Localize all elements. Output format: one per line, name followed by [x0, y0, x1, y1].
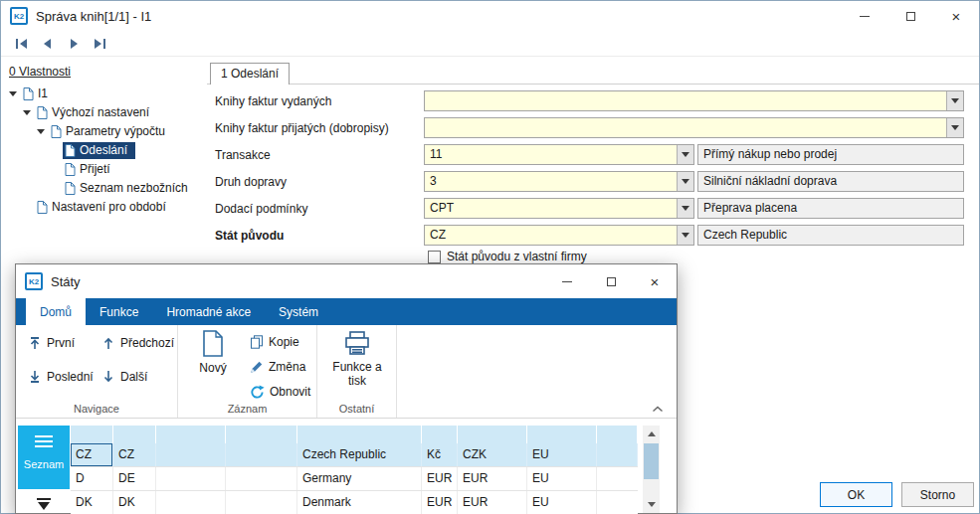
grid-cell[interactable]: EUR	[422, 467, 458, 490]
collapse-icon[interactable]	[9, 91, 17, 96]
ribbon-tab-funkce[interactable]: Funkce	[86, 298, 152, 325]
grid-cell[interactable]	[226, 467, 297, 490]
close-button[interactable]: ×	[633, 264, 677, 298]
dropdown-button[interactable]	[677, 172, 693, 191]
tree-item-prijeti[interactable]: Přijetí	[1, 160, 207, 179]
grid-cell[interactable]: EUR	[458, 491, 527, 514]
grid-cell[interactable]: DK	[113, 491, 156, 514]
funkce-a-tisk-button[interactable]: Funkce a tisk	[324, 330, 390, 400]
dodaci-podminky-combo[interactable]: CPT	[424, 198, 694, 219]
storno-button[interactable]: Storno	[901, 482, 974, 507]
record-nav-toolbar	[1, 31, 979, 57]
grid-cell[interactable]	[156, 467, 226, 490]
knihy-faktur-prijatych-combo[interactable]	[424, 117, 964, 138]
grid-header-cell[interactable]	[156, 426, 226, 443]
collapse-icon[interactable]	[23, 110, 31, 115]
ribbon-tab-system[interactable]: Systém	[265, 298, 332, 325]
previous-record-icon	[40, 38, 56, 50]
maximize-button[interactable]	[887, 1, 933, 31]
grid-header-cell[interactable]	[422, 426, 458, 443]
stat-puvodu-combo[interactable]: CZ	[424, 225, 694, 246]
tree-item-seznam-nezboznich[interactable]: Seznam nezbožních	[1, 179, 207, 198]
scroll-up-button[interactable]	[643, 426, 660, 442]
grid-cell[interactable]: EUR	[422, 491, 458, 514]
collapse-icon[interactable]	[37, 129, 45, 134]
grid-cell[interactable]: CZK	[458, 443, 527, 466]
grid-cell[interactable]: Denmark	[297, 491, 422, 514]
arrow-down-icon	[101, 370, 115, 384]
ribbon-tab-hromadne-akce[interactable]: Hromadné akce	[152, 298, 265, 325]
last-record-button[interactable]	[91, 37, 108, 51]
tree-item-parametry-vypoctu[interactable]: Parametry výpočtu	[1, 122, 207, 141]
scrollbar-thumb[interactable]	[644, 443, 659, 479]
previous-record-button[interactable]	[39, 37, 57, 51]
grid-cell[interactable]	[156, 491, 226, 514]
grid-header-cell[interactable]	[297, 426, 422, 443]
next-button[interactable]: Další	[98, 365, 151, 389]
stat-puvodu-checkbox[interactable]	[428, 251, 441, 263]
grid-cell[interactable]: EU	[527, 467, 597, 490]
knihy-faktur-vydanych-combo[interactable]	[424, 90, 964, 111]
grid-cell[interactable]: Germany	[297, 467, 422, 490]
grid-cell[interactable]	[597, 443, 638, 466]
grid-cell[interactable]: DK	[71, 491, 113, 514]
close-button[interactable]: ×	[933, 1, 979, 31]
edit-button[interactable]: Změna	[246, 355, 309, 379]
collapse-ribbon-button[interactable]	[651, 405, 665, 413]
grid-cell[interactable]: CZ	[71, 443, 113, 466]
grid-cell[interactable]: EU	[527, 491, 597, 514]
properties-link[interactable]: 0 Vlastnosti	[9, 65, 71, 79]
grid-cell[interactable]: DE	[113, 467, 156, 490]
tree-item-vychozi-nastaveni[interactable]: Výchozí nastavení	[1, 103, 207, 122]
druh-dopravy-combo[interactable]: 3	[424, 171, 694, 192]
ribbon-group-ostatni: Funkce a tisk Ostatní	[317, 325, 397, 418]
grid-cell[interactable]	[226, 443, 297, 466]
grid-vertical-scrollbar[interactable]	[643, 426, 660, 513]
grid-header-cell[interactable]	[458, 426, 527, 443]
grid-cell[interactable]	[597, 467, 638, 490]
refresh-button[interactable]: Obnovit	[246, 380, 314, 404]
grid-row-denmark[interactable]: DK DK Denmark EUR EUR EU	[71, 491, 638, 514]
tab-odeslani[interactable]: 1 Odeslání	[210, 63, 290, 85]
ribbon-tab-domu[interactable]: Domů	[26, 298, 86, 325]
grid-cell[interactable]	[156, 443, 226, 466]
dropdown-button[interactable]	[677, 199, 693, 218]
first-button[interactable]: První	[24, 331, 79, 355]
copy-button[interactable]: Kopie	[246, 330, 303, 354]
dropdown-button[interactable]	[677, 145, 693, 164]
ok-button[interactable]: OK	[820, 482, 892, 507]
tree-item-i1[interactable]: I1	[1, 85, 207, 103]
grid-cell[interactable]: EU	[527, 443, 597, 466]
next-record-button[interactable]	[65, 37, 83, 51]
tree-item-nastaveni-pro-obdobi[interactable]: Nastavení pro období	[1, 198, 207, 217]
last-button[interactable]: Poslední	[24, 365, 98, 389]
grid-cell[interactable]	[597, 491, 638, 514]
grid-header-cell[interactable]	[527, 426, 597, 443]
grid-header-cell[interactable]	[71, 426, 113, 443]
maximize-button[interactable]	[589, 264, 633, 298]
grid-row-czech-republic[interactable]: CZ CZ Czech Republic Kč CZK EU	[71, 443, 638, 467]
transakce-combo[interactable]: 11	[424, 144, 694, 165]
grid-cell[interactable]: EUR	[458, 467, 527, 490]
grid-header-cell[interactable]	[597, 426, 638, 443]
grid-cell[interactable]	[226, 491, 297, 514]
grid-cell[interactable]: D	[71, 467, 113, 490]
grid-header-cell[interactable]	[113, 426, 156, 443]
dropdown-button[interactable]	[677, 226, 693, 245]
dropdown-button[interactable]	[946, 118, 963, 137]
minimize-button[interactable]	[545, 264, 589, 298]
grid-row-germany[interactable]: D DE Germany EUR EUR EU	[71, 467, 638, 491]
minimize-button[interactable]	[842, 1, 887, 31]
tree-item-odeslani[interactable]: Odeslání	[1, 141, 207, 160]
grid-header-cell[interactable]	[226, 426, 297, 443]
scroll-down-button[interactable]	[643, 496, 660, 513]
grid-cell[interactable]: CZ	[113, 443, 156, 466]
grid-cell[interactable]: Kč	[422, 443, 458, 466]
first-record-button[interactable]	[13, 37, 31, 51]
previous-button[interactable]: Předchozí	[98, 331, 178, 355]
quick-filter-button[interactable]	[18, 498, 70, 511]
grid-cell[interactable]: Czech Republic	[297, 443, 422, 466]
seznam-view-button[interactable]: Seznam	[18, 426, 70, 489]
dropdown-button[interactable]	[946, 91, 963, 110]
new-button[interactable]: Nový	[190, 330, 236, 396]
